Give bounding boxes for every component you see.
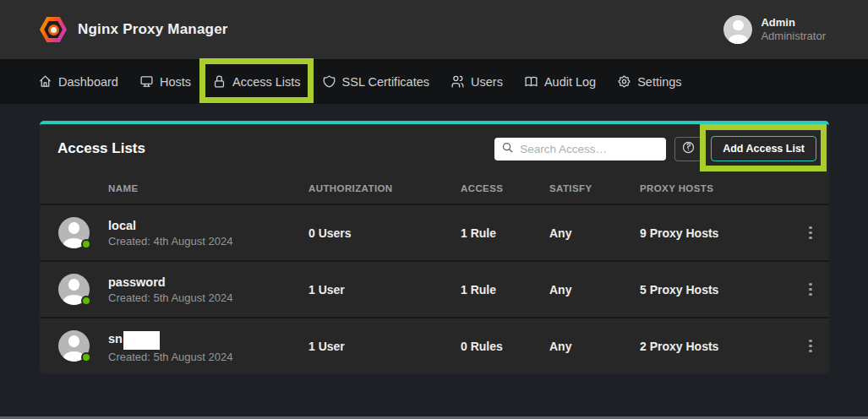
search-input[interactable] <box>520 143 659 155</box>
user-name: Admin <box>761 16 826 30</box>
proxy-hosts-value: 5 Proxy Hosts <box>640 283 792 297</box>
table-header-row: NAME AUTHORIZATION ACCESS SATISFY PROXY … <box>40 173 829 204</box>
online-status-dot <box>81 352 91 362</box>
circled-question-mark-icon <box>681 140 696 157</box>
row-avatar <box>58 217 90 248</box>
nav-item-hosts[interactable]: Hosts <box>139 74 191 89</box>
user-menu[interactable]: Admin Administrator <box>723 15 826 44</box>
column-header-access: ACCESS <box>461 183 549 193</box>
gear-icon <box>617 74 631 89</box>
nav-item-audit-log[interactable]: Audit Log <box>524 74 596 89</box>
home-icon <box>38 74 52 89</box>
nav-label: Access Lists <box>232 75 301 89</box>
lock-icon <box>212 74 227 89</box>
column-header-name: NAME <box>108 183 308 193</box>
user-avatar <box>723 15 752 44</box>
table-row[interactable]: sn Created: 5th August 2024 1 User 0 Rul… <box>40 317 829 373</box>
access-value: 0 Rules <box>461 340 549 353</box>
authorization-value: 1 User <box>308 283 461 297</box>
nav-label: Dashboard <box>58 75 118 89</box>
table-row[interactable]: password Created: 5th August 2024 1 User… <box>40 260 829 317</box>
access-list-name: password <box>108 275 166 289</box>
access-list-name: sn <box>108 332 123 346</box>
nav-label: Settings <box>637 75 681 89</box>
row-avatar <box>58 330 90 362</box>
nav-label: Users <box>471 75 503 89</box>
user-role: Administrator <box>761 30 826 43</box>
access-value: 1 Rule <box>461 226 549 240</box>
panel-title: Access Lists <box>57 140 145 157</box>
proxy-hosts-value: 9 Proxy Hosts <box>640 226 792 240</box>
nav-item-access-lists[interactable]: Access Lists <box>212 74 301 89</box>
book-icon <box>524 74 538 89</box>
nav-item-settings[interactable]: Settings <box>617 74 681 89</box>
row-actions-kebab-icon[interactable] <box>804 221 817 245</box>
row-avatar <box>58 274 90 305</box>
app-title: Nginx Proxy Manager <box>78 21 228 38</box>
satisfy-value: Any <box>549 340 640 353</box>
access-list-name: local <box>108 219 136 232</box>
users-icon <box>450 74 465 89</box>
card-header: Access Lists <box>40 124 829 173</box>
online-status-dot <box>81 239 91 249</box>
created-date: Created: 5th August 2024 <box>108 291 308 304</box>
add-access-list-button[interactable]: Add Access List <box>711 136 816 161</box>
content-area: Access Lists <box>0 104 868 373</box>
table-row[interactable]: local Created: 4th August 2024 0 Users 1… <box>40 204 829 260</box>
nav-item-dashboard[interactable]: Dashboard <box>38 74 118 89</box>
access-value: 1 Rule <box>461 283 549 297</box>
help-button[interactable] <box>674 137 702 161</box>
main-nav: Dashboard Hosts Access Lists <box>0 59 868 104</box>
online-status-dot <box>81 296 91 306</box>
row-actions-kebab-icon[interactable] <box>804 278 817 302</box>
nav-label: SSL Certificates <box>342 75 429 89</box>
satisfy-value: Any <box>549 283 640 297</box>
nav-label: Hosts <box>160 75 191 89</box>
topbar: Nginx Proxy Manager Admin Administrator <box>0 0 868 59</box>
page: Nginx Proxy Manager Admin Administrator … <box>0 0 868 419</box>
monitor-icon <box>139 74 154 89</box>
row-actions-kebab-icon[interactable] <box>804 335 817 358</box>
npm-hexagon-logo-icon <box>40 17 67 42</box>
search-icon <box>501 141 514 157</box>
shield-icon <box>322 74 336 89</box>
column-header-satisfy: SATISFY <box>549 183 640 193</box>
proxy-hosts-value: 2 Proxy Hosts <box>640 340 792 353</box>
authorization-value: 1 User <box>308 340 461 353</box>
search-box <box>494 138 666 161</box>
column-header-proxy-hosts: PROXY HOSTS <box>640 183 792 193</box>
column-header-authorization: AUTHORIZATION <box>308 183 461 193</box>
created-date: Created: 4th August 2024 <box>108 235 308 248</box>
access-lists-card: Access Lists <box>40 121 829 373</box>
nav-item-ssl-certificates[interactable]: SSL Certificates <box>322 74 429 89</box>
nav-item-users[interactable]: Users <box>450 74 503 89</box>
created-date: Created: 5th August 2024 <box>108 351 308 363</box>
nav-label: Audit Log <box>544 75 596 89</box>
redaction-box <box>123 331 160 350</box>
satisfy-value: Any <box>549 226 640 240</box>
authorization-value: 0 Users <box>308 226 461 240</box>
